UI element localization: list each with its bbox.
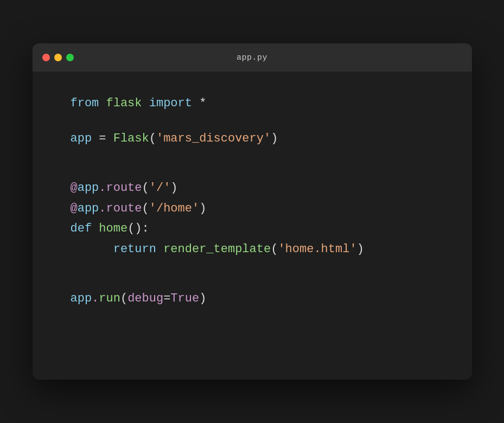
code-token: app: [78, 181, 99, 195]
code-line: @app.route('/'): [71, 178, 445, 198]
code-token: debug: [127, 292, 163, 305]
code-token: 'home.html': [278, 242, 356, 256]
code-token: '/': [149, 181, 171, 195]
code-token: ): [199, 292, 206, 305]
close-button[interactable]: [42, 54, 50, 61]
code-token: True: [170, 292, 199, 305]
code-token: def: [71, 222, 99, 235]
code-line: return render_template('home.html'): [71, 239, 445, 259]
code-token: render_template: [163, 242, 271, 256]
code-token: =: [163, 292, 170, 305]
code-token: flask: [106, 97, 142, 110]
maximize-button[interactable]: [66, 54, 74, 61]
code-token: (: [271, 242, 278, 256]
code-token: *: [199, 97, 206, 110]
code-token: ): [271, 132, 278, 145]
code-token: ): [170, 181, 177, 195]
code-token: @: [71, 202, 78, 215]
code-token: Flask: [113, 132, 149, 145]
code-token: :: [142, 222, 149, 235]
blank-line: [71, 274, 445, 289]
code-token: 'mars_discovery': [156, 132, 271, 145]
code-token: =: [92, 132, 113, 145]
code-line: def home():: [71, 219, 445, 239]
traffic-lights: [42, 54, 74, 61]
code-token: '/home': [149, 202, 199, 215]
blank-line: [71, 113, 445, 128]
code-line: app = Flask('mars_discovery'): [71, 129, 445, 149]
code-window: app.py from flask import *app = Flask('m…: [33, 43, 472, 380]
code-token: (: [120, 292, 127, 305]
code-token: from: [71, 97, 106, 110]
blank-line: [71, 163, 445, 178]
window-title: app.py: [237, 53, 267, 62]
blank-line: [71, 259, 445, 274]
code-token: app: [71, 292, 92, 305]
code-token: (: [142, 202, 149, 215]
code-token: import: [142, 97, 200, 110]
code-token: .route: [99, 202, 142, 215]
code-token: return: [113, 242, 163, 256]
code-line: @app.route('/home'): [71, 198, 445, 219]
code-token: .route: [99, 181, 142, 195]
minimize-button[interactable]: [54, 54, 62, 61]
code-token: .: [92, 292, 99, 305]
code-token: (: [142, 181, 149, 195]
code-token: home: [99, 222, 127, 235]
code-token: app: [78, 202, 99, 215]
code-editor: from flask import *app = Flask('mars_dis…: [33, 72, 472, 336]
blank-line: [71, 149, 445, 163]
code-token: (): [127, 222, 142, 235]
code-token: (: [149, 132, 156, 145]
code-token: app: [71, 132, 92, 145]
code-token: run: [99, 292, 120, 305]
code-line: from flask import *: [71, 93, 445, 113]
code-token: @: [71, 181, 78, 195]
title-bar: app.py: [33, 43, 472, 72]
code-line: app.run(debug=True): [71, 289, 445, 309]
code-token: ): [357, 242, 364, 256]
code-token: ): [199, 202, 206, 215]
